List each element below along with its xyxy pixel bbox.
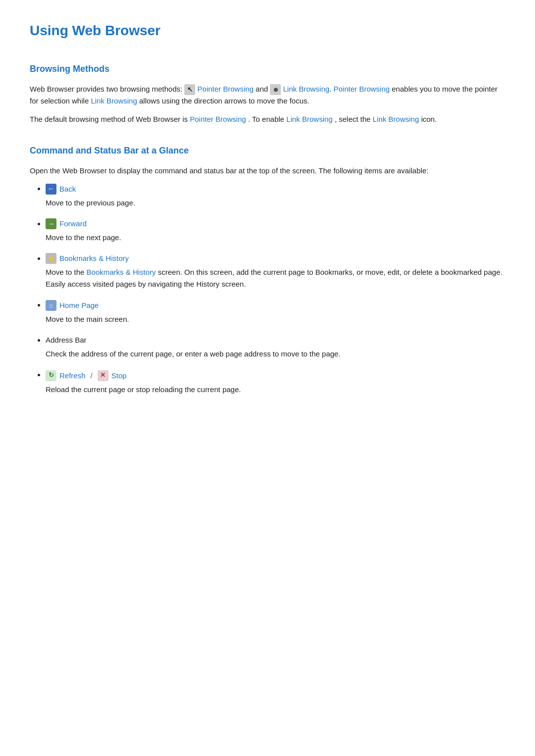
addressbar-label-row: Address Bar xyxy=(46,334,505,346)
back-label-row: ← Back xyxy=(46,183,505,195)
homepage-link[interactable]: Home Page xyxy=(59,300,99,311)
forward-label-row: → Forward xyxy=(46,218,505,230)
pointer-browsing-link1[interactable]: Pointer Browsing xyxy=(198,85,254,93)
forward-description: Move to the next page. xyxy=(46,232,505,244)
list-item-homepage: ⌂ Home Page Move to the main screen. xyxy=(46,299,505,325)
addressbar-description: Check the address of the current page, o… xyxy=(46,348,505,360)
bookmarks-description: Move to the Bookmarks & History screen. … xyxy=(46,266,505,290)
refresh-stop-separator: / xyxy=(91,370,93,382)
command-status-list: ← Back Move to the previous page. → Forw… xyxy=(30,183,505,395)
browsing-methods-paragraph2: The default browsing method of Web Brows… xyxy=(30,113,505,126)
command-status-intro: Open the Web Browser to display the comm… xyxy=(30,165,505,177)
homepage-description: Move to the main screen. xyxy=(46,313,505,325)
back-description: Move to the previous page. xyxy=(46,197,505,209)
pointer-browsing-link3[interactable]: Pointer Browsing xyxy=(190,115,246,123)
link-browsing-icon1: ⊕ xyxy=(270,84,281,95)
list-item-back: ← Back Move to the previous page. xyxy=(46,183,505,208)
list-item-forward: → Forward Move to the next page. xyxy=(46,218,505,244)
home-icon: ⌂ xyxy=(46,300,56,311)
list-item-bookmarks: ★ Bookmarks & History Move to the Bookma… xyxy=(46,252,505,290)
link-browsing-link1[interactable]: Link Browsing xyxy=(283,85,329,93)
list-item-addressbar: Address Bar Check the address of the cur… xyxy=(46,334,505,360)
stop-link[interactable]: Stop xyxy=(111,370,127,382)
browsing-methods-paragraph1: Web Browser provides two browsing method… xyxy=(30,83,505,108)
homepage-label-row: ⌂ Home Page xyxy=(46,300,505,311)
list-item-refresh-stop: ↻ Refresh / ✕ Stop Reload the current pa… xyxy=(46,369,505,395)
command-status-heading: Command and Status Bar at a Glance xyxy=(30,144,505,158)
pointer-browsing-link2[interactable]: Pointer Browsing xyxy=(333,85,389,93)
refresh-stop-label-row: ↻ Refresh / ✕ Stop xyxy=(46,370,505,382)
page-title: Using Web Browser xyxy=(30,20,505,42)
bookmarks-icon: ★ xyxy=(46,253,56,264)
bookmarks-label-row: ★ Bookmarks & History xyxy=(46,252,505,264)
pointer-browsing-icon: ↖ xyxy=(184,84,195,95)
browsing-methods-section: Browsing Methods Web Browser provides tw… xyxy=(30,62,505,126)
refresh-stop-description: Reload the current page or stop reloadin… xyxy=(46,384,505,396)
back-link[interactable]: Back xyxy=(59,183,76,195)
command-status-section: Command and Status Bar at a Glance Open … xyxy=(30,144,505,396)
browsing-methods-heading: Browsing Methods xyxy=(30,62,505,76)
bookmarks-history-inline-link[interactable]: Bookmarks & History xyxy=(87,268,156,276)
link-browsing-link3[interactable]: Link Browsing xyxy=(286,115,332,123)
refresh-link[interactable]: Refresh xyxy=(59,370,86,382)
stop-icon: ✕ xyxy=(98,370,108,381)
link-browsing-link4[interactable]: Link Browsing xyxy=(373,115,419,123)
addressbar-label-text: Address Bar xyxy=(46,334,87,346)
link-browsing-link2[interactable]: Link Browsing xyxy=(91,97,137,105)
forward-link[interactable]: Forward xyxy=(59,218,87,230)
bookmarks-link[interactable]: Bookmarks & History xyxy=(59,252,129,264)
forward-icon: → xyxy=(46,218,56,229)
refresh-icon: ↻ xyxy=(46,370,56,381)
back-icon: ← xyxy=(46,184,56,195)
